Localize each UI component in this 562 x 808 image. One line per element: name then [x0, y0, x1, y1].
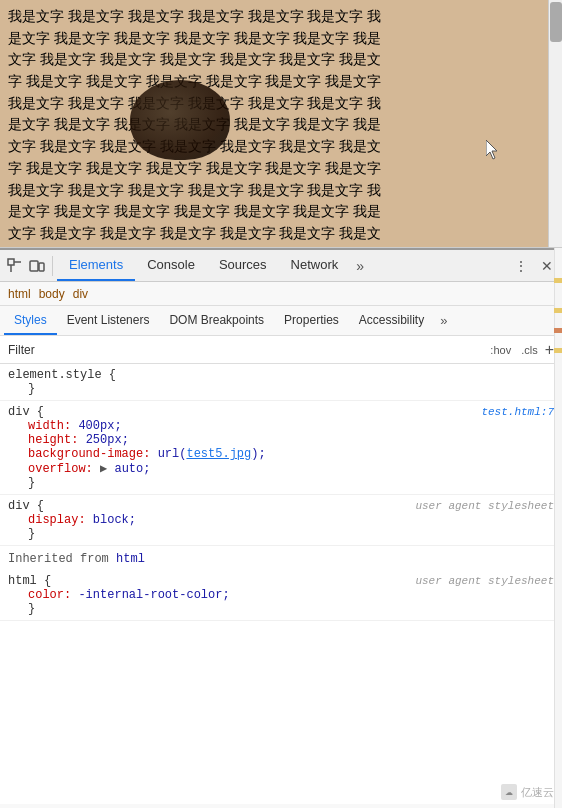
breadcrumb-html[interactable]: html: [8, 287, 31, 301]
element-picker-icon[interactable]: [6, 257, 24, 275]
toolbar-separator-1: [52, 256, 53, 276]
filter-input[interactable]: Filter: [8, 343, 487, 357]
filter-actions: :hov .cls +: [487, 341, 554, 359]
div-ua-selector: div {: [8, 499, 44, 513]
scrollbar-thumb[interactable]: [550, 2, 562, 42]
div-ua-rule-header: div { user agent stylesheet: [8, 499, 554, 513]
cat-image-overlay: [130, 80, 230, 160]
device-emulation-icon[interactable]: [28, 257, 46, 275]
tab-network[interactable]: Network: [279, 250, 351, 281]
scroll-indicator-2: [554, 308, 562, 313]
height-property: height: 250px;: [8, 433, 554, 447]
div-rule-close: }: [8, 476, 554, 490]
breadcrumb-div[interactable]: div: [73, 287, 88, 301]
devtools-toolbar: Elements Console Sources Network » ⋮ ✕: [0, 250, 562, 282]
color-property: color: -internal-root-color;: [8, 588, 554, 602]
inherited-tag: html: [116, 552, 145, 566]
div-ua-style-rule: div { user agent stylesheet display: blo…: [0, 495, 562, 546]
svg-rect-4: [39, 263, 44, 271]
tab-sources[interactable]: Sources: [207, 250, 279, 281]
scroll-indicator-1: [554, 278, 562, 283]
tab-dom-breakpoints[interactable]: DOM Breakpoints: [159, 306, 274, 335]
devtools-scrollbar[interactable]: [554, 248, 562, 808]
html-ua-source: user agent stylesheet: [415, 575, 554, 587]
tab-styles[interactable]: Styles: [4, 306, 57, 335]
devtools-actions: ⋮ ✕: [510, 255, 558, 277]
styles-more-tabs[interactable]: »: [434, 313, 453, 328]
html-ua-style-rule: html { user agent stylesheet color: -int…: [0, 570, 562, 621]
devtools-main-tabs: Elements Console Sources Network »: [57, 250, 510, 281]
background-image-property: background-image: url(test5.jpg);: [8, 447, 554, 461]
watermark: ☁ 亿速云: [501, 784, 554, 800]
cls-button[interactable]: .cls: [518, 343, 541, 357]
html-ua-selector: html {: [8, 574, 51, 588]
div-rule-header: div { test.html:7: [8, 405, 554, 419]
dom-breadcrumb: html body div: [0, 282, 562, 306]
tab-accessibility[interactable]: Accessibility: [349, 306, 434, 335]
overflow-property: overflow: ▶ auto;: [8, 461, 554, 476]
div-style-rule: div { test.html:7 width: 400px; height: …: [0, 401, 562, 495]
element-style-selector: element.style {: [8, 368, 116, 382]
display-property: display: block;: [8, 513, 554, 527]
html-ua-rule-header: html { user agent stylesheet: [8, 574, 554, 588]
tab-elements[interactable]: Elements: [57, 250, 135, 281]
browser-viewport: 我是文字 我是文字 我是文字 我是文字 我是文字 我是文字 我是文字 我是文字 …: [0, 0, 562, 248]
watermark-text: 亿速云: [521, 785, 554, 800]
add-style-button[interactable]: +: [545, 341, 554, 359]
bg-image-link[interactable]: test5.jpg: [186, 447, 251, 461]
svg-rect-0: [8, 259, 14, 265]
div-ua-source: user agent stylesheet: [415, 500, 554, 512]
svg-rect-3: [30, 261, 38, 271]
overflow-expand[interactable]: ▶: [100, 462, 107, 476]
div-selector: div {: [8, 405, 44, 419]
inherited-from-header: Inherited from html: [0, 546, 562, 570]
element-style-rule: element.style { }: [0, 364, 562, 401]
div-source-link[interactable]: test.html:7: [481, 406, 554, 418]
scroll-indicator-3: [554, 328, 562, 333]
watermark-icon: ☁: [501, 784, 517, 800]
scroll-indicator-4: [554, 348, 562, 353]
styles-filter-bar: Filter :hov .cls +: [0, 336, 562, 364]
element-style-header: element.style {: [8, 368, 554, 382]
css-styles-panel: element.style { } div { test.html:7 widt…: [0, 364, 562, 804]
element-style-close: }: [8, 382, 554, 396]
more-tabs-button[interactable]: »: [350, 258, 370, 274]
mouse-cursor: [486, 140, 502, 160]
html-ua-rule-close: }: [8, 602, 554, 616]
width-property: width: 400px;: [8, 419, 554, 433]
tab-event-listeners[interactable]: Event Listeners: [57, 306, 160, 335]
devtools-panel: Elements Console Sources Network » ⋮ ✕: [0, 248, 562, 808]
hov-button[interactable]: :hov: [487, 343, 514, 357]
breadcrumb-body[interactable]: body: [39, 287, 65, 301]
styles-panel-tabs: Styles Event Listeners DOM Breakpoints P…: [0, 306, 562, 336]
tab-console[interactable]: Console: [135, 250, 207, 281]
page-scrollbar[interactable]: [548, 0, 562, 247]
tab-properties[interactable]: Properties: [274, 306, 349, 335]
div-ua-rule-close: }: [8, 527, 554, 541]
devtools-menu-button[interactable]: ⋮: [510, 255, 532, 277]
